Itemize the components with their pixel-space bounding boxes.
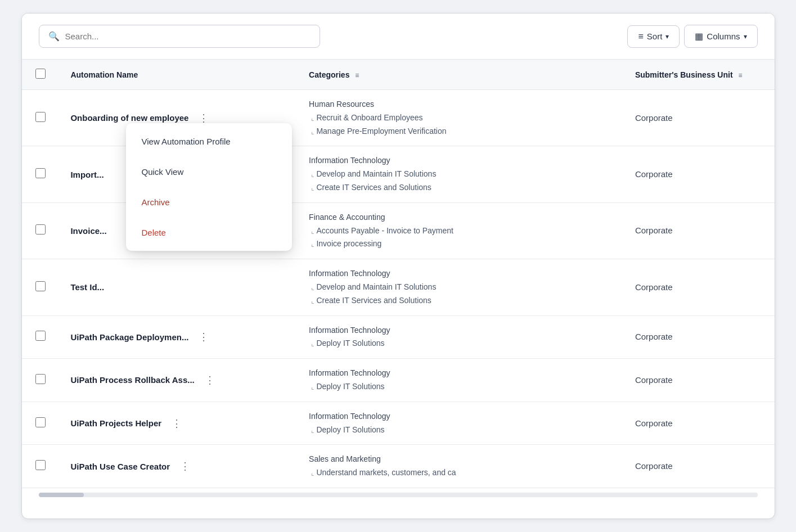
context-menu-item-quick-view[interactable]: Quick View [126, 159, 292, 184]
row-4-category-sub: Develop and Maintain IT Solutions [309, 281, 613, 294]
row-7-more-button[interactable]: ⋮ [167, 416, 186, 431]
row-6-categories-cell: Information TechnologyDeploy IT Solution… [298, 359, 624, 402]
toolbar: 🔍 ≡ Sort ▾ ▦ Columns ▾ [22, 13, 775, 60]
horizontal-scrollbar[interactable] [39, 493, 758, 497]
row-2-business-unit: Corporate [635, 169, 673, 179]
row-6-more-button[interactable]: ⋮ [200, 373, 219, 387]
row-5-category-sub: Deploy IT Solutions [309, 337, 613, 350]
row-4-business-unit-cell: Corporate [624, 259, 775, 315]
row-2-categories-cell: Information TechnologyDevelop and Mainta… [298, 146, 624, 202]
row-5-checkbox[interactable] [35, 331, 46, 341]
context-menu-item-archive[interactable]: Archive [126, 190, 292, 215]
row-5-name: UiPath Package Deploymen...⋮ [70, 330, 286, 344]
row-6-name-cell: UiPath Process Rollback Ass...⋮ [59, 359, 298, 402]
row-6-name: UiPath Process Rollback Ass...⋮ [70, 373, 286, 387]
row-2-checkbox[interactable] [35, 168, 46, 178]
row-1-categories: Human ResourcesRecruit & Onboard Employe… [309, 98, 613, 138]
row-8-checkbox-cell [22, 445, 60, 488]
context-menu: View Automation ProfileQuick ViewArchive… [126, 123, 292, 251]
search-input[interactable] [65, 31, 311, 41]
row-1-business-unit: Corporate [635, 113, 673, 123]
header-checkbox-cell [22, 60, 60, 90]
row-2-category-sub: Create IT Services and Solutions [309, 181, 613, 195]
row-4-category-sub: Create IT Services and Solutions [309, 294, 613, 308]
row-5-category-main: Information Technology [309, 324, 613, 337]
select-all-checkbox[interactable] [35, 69, 46, 79]
row-7-categories: Information TechnologyDeploy IT Solution… [309, 410, 613, 437]
context-menu-divider-2 [126, 217, 292, 218]
row-1-checkbox[interactable] [35, 112, 46, 122]
row-2-categories: Information TechnologyDevelop and Mainta… [309, 154, 613, 194]
sort-icon: ≡ [638, 31, 643, 42]
row-6-categories: Information TechnologyDeploy IT Solution… [309, 367, 613, 394]
table-row: UiPath Use Case Creator⋮Sales and Market… [22, 445, 775, 488]
table-row: Test Id...Information TechnologyDevelop … [22, 259, 775, 315]
scrollbar-thumb[interactable] [39, 493, 84, 497]
row-6-category-sub: Deploy IT Solutions [309, 380, 613, 394]
main-container: 🔍 ≡ Sort ▾ ▦ Columns ▾ [21, 13, 775, 519]
header-business-unit: Submitter's Business Unit ≡ [624, 60, 775, 90]
toolbar-actions: ≡ Sort ▾ ▦ Columns ▾ [627, 25, 757, 48]
row-7-name: UiPath Projects Helper⋮ [70, 416, 286, 431]
sort-button[interactable]: ≡ Sort ▾ [627, 25, 680, 48]
table-header-row: Automation Name Categories ≡ Submitter's… [22, 60, 775, 90]
row-7-business-unit: Corporate [635, 418, 673, 428]
row-8-more-button[interactable]: ⋮ [176, 459, 195, 474]
row-7-category-sub: Deploy IT Solutions [309, 423, 613, 437]
business-unit-filter-icon[interactable]: ≡ [738, 71, 742, 79]
row-4-checkbox-cell [22, 259, 60, 315]
row-3-checkbox[interactable] [35, 224, 46, 235]
row-5-more-button[interactable]: ⋮ [194, 330, 213, 344]
row-4-category-main: Information Technology [309, 267, 613, 281]
row-1-business-unit-cell: Corporate [624, 90, 775, 146]
row-1-category-sub: Recruit & Onboard Employees [309, 111, 613, 125]
categories-filter-icon[interactable]: ≡ [355, 71, 359, 79]
row-4-name-cell: Test Id... [59, 259, 298, 315]
row-5-business-unit-cell: Corporate [624, 315, 775, 359]
columns-chevron-icon: ▾ [744, 33, 747, 40]
row-8-checkbox[interactable] [35, 460, 46, 470]
row-8-category-sub: Understand markets, customers, and ca [309, 466, 613, 480]
row-7-checkbox[interactable] [35, 417, 46, 427]
search-icon: 🔍 [48, 31, 60, 42]
context-menu-divider-0 [126, 156, 292, 157]
row-7-name-cell: UiPath Projects Helper⋮ [59, 402, 298, 445]
row-3-checkbox-cell [22, 202, 60, 259]
sort-chevron-icon: ▾ [665, 33, 669, 40]
row-6-business-unit: Corporate [635, 375, 673, 385]
row-8-category-main: Sales and Marketing [309, 453, 613, 466]
row-5-name-cell: UiPath Package Deploymen...⋮ [59, 315, 298, 359]
row-8-categories: Sales and MarketingUnderstand markets, c… [309, 453, 613, 480]
row-8-name-cell: UiPath Use Case Creator⋮ [59, 445, 298, 488]
row-3-business-unit-cell: Corporate [624, 202, 775, 259]
row-1-categories-cell: Human ResourcesRecruit & Onboard Employe… [298, 90, 624, 146]
context-menu-item-delete[interactable]: Delete [126, 220, 292, 245]
row-3-category-main: Finance & Accounting [309, 211, 613, 224]
columns-button[interactable]: ▦ Columns ▾ [684, 25, 757, 48]
row-5-categories-cell: Information TechnologyDeploy IT Solution… [298, 315, 624, 359]
row-1-category-main: Human Resources [309, 98, 613, 111]
row-3-category-sub: Invoice processing [309, 237, 613, 251]
header-automation-name: Automation Name [59, 60, 298, 90]
columns-icon: ▦ [695, 31, 703, 42]
row-4-name: Test Id... [70, 282, 286, 292]
row-3-categories: Finance & AccountingAccounts Payable - I… [309, 211, 613, 251]
row-6-checkbox[interactable] [35, 374, 46, 384]
context-menu-item-view-profile[interactable]: View Automation Profile [126, 129, 292, 154]
row-8-business-unit-cell: Corporate [624, 445, 775, 488]
row-6-category-main: Information Technology [309, 367, 613, 380]
row-4-categories-cell: Information TechnologyDevelop and Mainta… [298, 259, 624, 315]
table-row: UiPath Package Deploymen...⋮Information … [22, 315, 775, 359]
search-box[interactable]: 🔍 [39, 25, 320, 48]
sort-label: Sort [647, 31, 663, 41]
row-5-business-unit: Corporate [635, 332, 673, 341]
row-2-checkbox-cell [22, 146, 60, 202]
header-categories: Categories ≡ [298, 60, 624, 90]
row-7-checkbox-cell [22, 402, 60, 445]
table-row: UiPath Projects Helper⋮Information Techn… [22, 402, 775, 445]
row-4-categories: Information TechnologyDevelop and Mainta… [309, 267, 613, 307]
row-3-category-sub: Accounts Payable - Invoice to Payment [309, 224, 613, 238]
row-4-checkbox[interactable] [35, 281, 46, 291]
row-5-categories: Information TechnologyDeploy IT Solution… [309, 324, 613, 351]
row-8-name: UiPath Use Case Creator⋮ [70, 459, 286, 474]
